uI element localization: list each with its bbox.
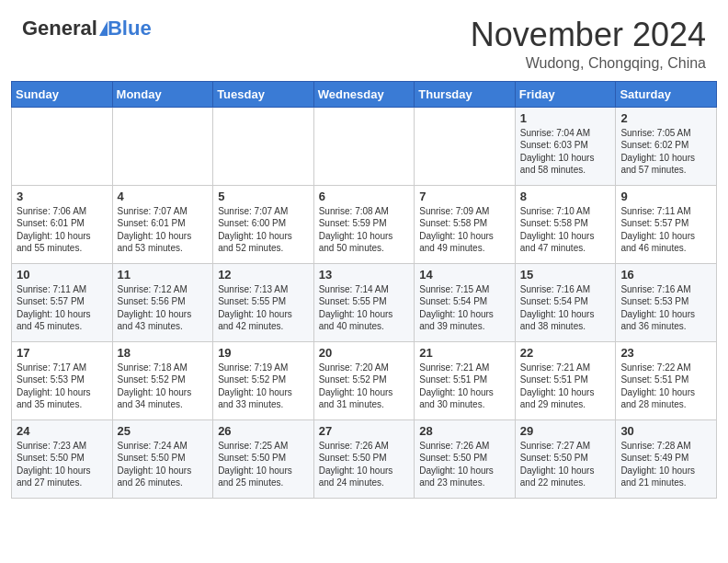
day-cell: 18Sunrise: 7:18 AM Sunset: 5:52 PM Dayli… [112, 341, 213, 419]
day-cell: 4Sunrise: 7:07 AM Sunset: 6:01 PM Daylig… [112, 185, 213, 263]
calendar: SundayMondayTuesdayWednesdayThursdayFrid… [0, 81, 728, 563]
day-info: Sunrise: 7:07 AM Sunset: 6:00 PM Dayligh… [218, 205, 309, 255]
day-header-saturday: Saturday [616, 81, 717, 107]
logo-area: General Blue [22, 17, 152, 40]
day-info: Sunrise: 7:16 AM Sunset: 5:54 PM Dayligh… [520, 283, 611, 333]
day-info: Sunrise: 7:12 AM Sunset: 5:56 PM Dayligh… [118, 283, 209, 333]
day-header-sunday: Sunday [12, 81, 113, 107]
day-number: 23 [620, 346, 711, 360]
day-cell: 17Sunrise: 7:17 AM Sunset: 5:53 PM Dayli… [12, 341, 113, 419]
day-info: Sunrise: 7:20 AM Sunset: 5:52 PM Dayligh… [319, 362, 410, 411]
day-cell [313, 107, 415, 185]
day-info: Sunrise: 7:17 AM Sunset: 5:53 PM Dayligh… [17, 362, 108, 411]
day-info: Sunrise: 7:27 AM Sunset: 5:50 PM Dayligh… [520, 440, 611, 489]
day-header-monday: Monday [112, 81, 213, 107]
day-number: 2 [620, 111, 711, 125]
day-cell: 30Sunrise: 7:28 AM Sunset: 5:49 PM Dayli… [616, 419, 717, 498]
day-cell [112, 107, 213, 185]
day-cell [415, 107, 516, 185]
calendar-table: SundayMondayTuesdayWednesdayThursdayFrid… [11, 81, 717, 499]
day-info: Sunrise: 7:16 AM Sunset: 5:53 PM Dayligh… [620, 283, 711, 333]
day-number: 22 [520, 346, 611, 360]
day-cell: 29Sunrise: 7:27 AM Sunset: 5:50 PM Dayli… [515, 419, 616, 498]
day-number: 27 [319, 424, 410, 438]
day-header-friday: Friday [515, 81, 616, 107]
location-title: Wudong, Chongqing, China [471, 55, 706, 72]
day-number: 20 [319, 346, 410, 360]
day-cell: 14Sunrise: 7:15 AM Sunset: 5:54 PM Dayli… [415, 263, 516, 341]
day-cell: 3Sunrise: 7:06 AM Sunset: 6:01 PM Daylig… [12, 185, 113, 263]
day-cell: 10Sunrise: 7:11 AM Sunset: 5:57 PM Dayli… [12, 263, 113, 341]
day-number: 10 [17, 268, 108, 282]
day-number: 11 [118, 268, 209, 282]
day-number: 4 [118, 190, 209, 203]
day-info: Sunrise: 7:19 AM Sunset: 5:52 PM Dayligh… [218, 362, 309, 411]
day-info: Sunrise: 7:06 AM Sunset: 6:01 PM Dayligh… [17, 205, 108, 255]
day-number: 21 [419, 346, 510, 360]
day-cell: 8Sunrise: 7:10 AM Sunset: 5:58 PM Daylig… [515, 185, 616, 263]
day-info: Sunrise: 7:26 AM Sunset: 5:50 PM Dayligh… [319, 440, 410, 489]
day-info: Sunrise: 7:26 AM Sunset: 5:50 PM Dayligh… [419, 440, 510, 489]
day-number: 12 [218, 268, 309, 282]
week-row-4: 17Sunrise: 7:17 AM Sunset: 5:53 PM Dayli… [12, 341, 717, 419]
logo: General Blue [22, 17, 152, 40]
day-info: Sunrise: 7:23 AM Sunset: 5:50 PM Dayligh… [17, 440, 108, 489]
day-info: Sunrise: 7:11 AM Sunset: 5:57 PM Dayligh… [620, 205, 711, 255]
logo-general-text: General [22, 17, 97, 40]
day-number: 24 [17, 424, 108, 438]
day-info: Sunrise: 7:05 AM Sunset: 6:02 PM Dayligh… [620, 127, 711, 177]
header-row: SundayMondayTuesdayWednesdayThursdayFrid… [12, 81, 717, 107]
day-info: Sunrise: 7:18 AM Sunset: 5:52 PM Dayligh… [118, 362, 209, 411]
day-cell: 26Sunrise: 7:25 AM Sunset: 5:50 PM Dayli… [213, 419, 314, 498]
day-cell: 13Sunrise: 7:14 AM Sunset: 5:55 PM Dayli… [313, 263, 415, 341]
day-cell: 27Sunrise: 7:26 AM Sunset: 5:50 PM Dayli… [313, 419, 415, 498]
day-cell: 20Sunrise: 7:20 AM Sunset: 5:52 PM Dayli… [313, 341, 415, 419]
day-number: 25 [118, 424, 209, 438]
week-row-3: 10Sunrise: 7:11 AM Sunset: 5:57 PM Dayli… [12, 263, 717, 341]
day-cell: 23Sunrise: 7:22 AM Sunset: 5:51 PM Dayli… [616, 341, 717, 419]
day-number: 18 [118, 346, 209, 360]
day-info: Sunrise: 7:21 AM Sunset: 5:51 PM Dayligh… [419, 362, 510, 411]
day-number: 9 [620, 190, 711, 203]
day-number: 3 [17, 190, 108, 203]
day-cell [213, 107, 314, 185]
day-cell: 19Sunrise: 7:19 AM Sunset: 5:52 PM Dayli… [213, 341, 314, 419]
day-cell: 16Sunrise: 7:16 AM Sunset: 5:53 PM Dayli… [616, 263, 717, 341]
day-header-wednesday: Wednesday [313, 81, 415, 107]
day-cell: 5Sunrise: 7:07 AM Sunset: 6:00 PM Daylig… [213, 185, 314, 263]
day-info: Sunrise: 7:09 AM Sunset: 5:58 PM Dayligh… [419, 205, 510, 255]
day-number: 7 [419, 190, 510, 203]
day-cell: 11Sunrise: 7:12 AM Sunset: 5:56 PM Dayli… [112, 263, 213, 341]
day-cell: 28Sunrise: 7:26 AM Sunset: 5:50 PM Dayli… [415, 419, 516, 498]
day-info: Sunrise: 7:15 AM Sunset: 5:54 PM Dayligh… [419, 283, 510, 333]
header: General Blue November 2024 Wudong, Chong… [0, 0, 728, 81]
logo-blue-text: Blue [108, 17, 152, 40]
day-info: Sunrise: 7:28 AM Sunset: 5:49 PM Dayligh… [620, 440, 711, 489]
day-number: 8 [520, 190, 611, 203]
day-info: Sunrise: 7:13 AM Sunset: 5:55 PM Dayligh… [218, 283, 309, 333]
day-info: Sunrise: 7:07 AM Sunset: 6:01 PM Dayligh… [118, 205, 209, 255]
day-info: Sunrise: 7:10 AM Sunset: 5:58 PM Dayligh… [520, 205, 611, 255]
day-number: 16 [620, 268, 711, 282]
day-cell: 7Sunrise: 7:09 AM Sunset: 5:58 PM Daylig… [415, 185, 516, 263]
day-number: 14 [419, 268, 510, 282]
day-cell [12, 107, 113, 185]
day-number: 19 [218, 346, 309, 360]
month-title: November 2024 [471, 17, 706, 53]
day-info: Sunrise: 7:22 AM Sunset: 5:51 PM Dayligh… [620, 362, 711, 411]
day-cell: 22Sunrise: 7:21 AM Sunset: 5:51 PM Dayli… [515, 341, 616, 419]
day-cell: 21Sunrise: 7:21 AM Sunset: 5:51 PM Dayli… [415, 341, 516, 419]
week-row-2: 3Sunrise: 7:06 AM Sunset: 6:01 PM Daylig… [12, 185, 717, 263]
day-number: 13 [319, 268, 410, 282]
day-number: 28 [419, 424, 510, 438]
day-cell: 25Sunrise: 7:24 AM Sunset: 5:50 PM Dayli… [112, 419, 213, 498]
day-info: Sunrise: 7:11 AM Sunset: 5:57 PM Dayligh… [17, 283, 108, 333]
day-header-thursday: Thursday [415, 81, 516, 107]
day-number: 15 [520, 268, 611, 282]
day-cell: 12Sunrise: 7:13 AM Sunset: 5:55 PM Dayli… [213, 263, 314, 341]
day-cell: 1Sunrise: 7:04 AM Sunset: 6:03 PM Daylig… [515, 107, 616, 185]
day-info: Sunrise: 7:25 AM Sunset: 5:50 PM Dayligh… [218, 440, 309, 489]
week-row-1: 1Sunrise: 7:04 AM Sunset: 6:03 PM Daylig… [12, 107, 717, 185]
day-number: 17 [17, 346, 108, 360]
day-info: Sunrise: 7:04 AM Sunset: 6:03 PM Dayligh… [520, 127, 611, 177]
